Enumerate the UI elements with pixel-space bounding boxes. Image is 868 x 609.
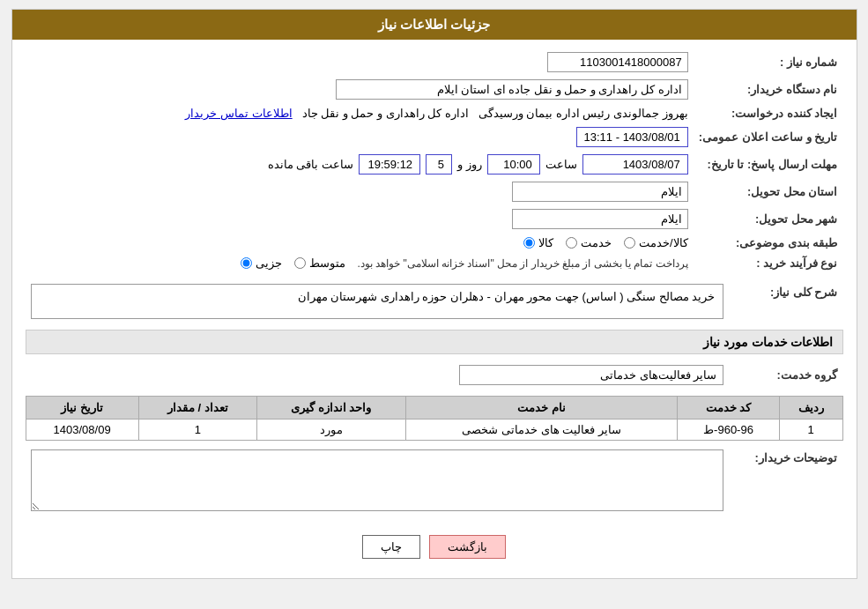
table-row: 1960-96-طسایر فعالیت های خدماتی شخصیمورد… xyxy=(26,420,842,441)
row-service-group: گروه خدمت: سایر فعالیت‌های خدماتی xyxy=(26,361,843,389)
response-deadline-value: 1403/08/07 ساعت 10:00 روز و 5 19:59:12 س… xyxy=(26,151,694,178)
row-buyer-org: نام دستگاه خریدار: اداره کل راهداری و حم… xyxy=(26,76,843,103)
buyer-org-box: اداره کل راهداری و حمل و نقل جاده ای است… xyxy=(336,79,688,100)
category-khadamat-label: خدمت xyxy=(581,236,612,249)
back-button[interactable]: بازگشت xyxy=(429,535,506,559)
response-date-box: 1403/08/07 xyxy=(582,154,688,175)
description-table: شرح کلی نیاز: خرید مصالح سنگی ( اساس) جه… xyxy=(26,280,843,323)
col-unit: واحد اندازه گیری xyxy=(256,397,405,420)
response-days-label: روز و xyxy=(457,158,482,171)
service-group-value-cell: سایر فعالیت‌های خدماتی xyxy=(26,361,729,389)
description-label: شرح کلی نیاز: xyxy=(729,280,843,323)
province-box: ایلام xyxy=(512,182,688,202)
category-value: کالا/خدمت خدمت کالا xyxy=(26,233,694,253)
request-number-label: شماره نیاز : xyxy=(694,48,843,76)
main-container: جزئیات اطلاعات نیاز شماره نیاز : 1103001… xyxy=(11,9,857,579)
row-province: استان محل تحویل: ایلام xyxy=(26,178,843,205)
response-remaining-label: ساعت باقی مانده xyxy=(268,158,353,171)
category-kala-khadamat-radio[interactable] xyxy=(624,237,635,249)
cell-name: سایر فعالیت های خدماتی شخصی xyxy=(405,420,677,441)
cell-unit: مورد xyxy=(256,420,405,441)
province-label: استان محل تحویل: xyxy=(694,178,843,205)
cell-row: 1 xyxy=(779,420,842,441)
purchase-jozei-radio[interactable] xyxy=(241,257,252,269)
purchase-motawaset-item: متوسط xyxy=(294,256,345,270)
category-kala-item: کالا xyxy=(523,236,553,249)
response-time-box: 10:00 xyxy=(487,154,540,175)
table-header: ردیف کد خدمت نام خدمت واحد اندازه گیری ت… xyxy=(26,397,842,420)
description-box: خرید مصالح سنگی ( اساس) جهت محور مهران -… xyxy=(31,284,723,319)
col-row: ردیف xyxy=(779,397,842,420)
row-city: شهر محل تحویل: ایلام xyxy=(26,205,843,233)
services-data-table: ردیف کد خدمت نام خدمت واحد اندازه گیری ت… xyxy=(26,396,843,441)
purchase-motawaset-radio[interactable] xyxy=(294,257,306,269)
announce-date-label: تاریخ و ساعت اعلان عمومی: xyxy=(694,123,843,151)
category-khadamat-radio[interactable] xyxy=(566,237,577,249)
cell-quantity: 1 xyxy=(138,420,256,441)
purchase-type-label: نوع فرآیند خرید : xyxy=(694,253,843,273)
requester-value: بهروز جمالوندی رئیس اداره بیمان ورسیدگی … xyxy=(26,103,694,123)
announce-date-value: 1403/08/01 - 13:11 xyxy=(26,123,694,151)
col-code: کد خدمت xyxy=(678,397,779,420)
col-name: نام خدمت xyxy=(405,397,677,420)
category-kala-radio[interactable] xyxy=(523,237,535,249)
purchase-note: پرداخت تمام یا بخشی از مبلغ خریدار از مح… xyxy=(358,257,688,270)
buyer-org-label: نام دستگاه خریدار: xyxy=(694,76,843,103)
service-group-box: سایر فعالیت‌های خدماتی xyxy=(459,365,723,385)
row-description: شرح کلی نیاز: خرید مصالح سنگی ( اساس) جه… xyxy=(26,280,843,323)
buyer-notes-label: توضیحات خریدار: xyxy=(729,446,843,517)
services-section-label: اطلاعات خدمات مورد نیاز xyxy=(703,335,834,349)
announce-date-box: 1403/08/01 - 13:11 xyxy=(576,127,688,147)
requester-label: ایجاد کننده درخواست: xyxy=(694,103,843,123)
service-group-table: گروه خدمت: سایر فعالیت‌های خدماتی xyxy=(26,361,843,389)
purchase-motawaset-label: متوسط xyxy=(309,256,345,270)
city-box: ایلام xyxy=(512,209,688,229)
category-label: طبقه بندی موضوعی: xyxy=(694,233,843,253)
response-time-label: ساعت xyxy=(545,158,577,171)
info-table: شماره نیاز : 1103001418000087 نام دستگاه… xyxy=(26,48,843,273)
cell-code: 960-96-ط xyxy=(678,420,779,441)
buyer-notes-textarea[interactable] xyxy=(31,449,723,511)
row-response-deadline: مهلت ارسال پاسخ: تا تاریخ: 1403/08/07 سا… xyxy=(26,151,843,178)
category-kala-label: کالا xyxy=(538,236,553,249)
response-remaining-box: 19:59:12 xyxy=(359,154,420,175)
col-date: تاریخ نیاز xyxy=(26,397,138,420)
button-row: بازگشت چاپ xyxy=(26,524,843,569)
row-requester: ایجاد کننده درخواست: بهروز جمالوندی رئیس… xyxy=(26,103,843,123)
category-khadamat-item: خدمت xyxy=(566,236,612,249)
request-number-box: 1103001418000087 xyxy=(547,52,688,72)
category-radio-group: کالا/خدمت خدمت کالا xyxy=(31,236,688,249)
category-kala-khadamat-item: کالا/خدمت xyxy=(624,236,688,249)
buyer-notes-table: توضیحات خریدار: xyxy=(26,446,843,517)
city-value: ایلام xyxy=(26,205,694,233)
description-value-cell: خرید مصالح سنگی ( اساس) جهت محور مهران -… xyxy=(26,280,729,323)
purchase-type-radio-group: پرداخت تمام یا بخشی از مبلغ خریدار از مح… xyxy=(31,256,688,270)
city-label: شهر محل تحویل: xyxy=(694,205,843,233)
cell-date: 1403/08/09 xyxy=(26,420,138,441)
page-title: جزئیات اطلاعات نیاز xyxy=(378,17,490,32)
main-content: شماره نیاز : 1103001418000087 نام دستگاه… xyxy=(12,40,857,578)
row-request-number: شماره نیاز : 1103001418000087 xyxy=(26,48,843,76)
purchase-jozei-item: جزیی xyxy=(241,256,282,270)
purchase-type-value: پرداخت تمام یا بخشی از مبلغ خریدار از مح… xyxy=(26,253,694,273)
purchase-jozei-label: جزیی xyxy=(256,256,282,270)
col-quantity: تعداد / مقدار xyxy=(138,397,256,420)
row-announce-date: تاریخ و ساعت اعلان عمومی: 1403/08/01 - 1… xyxy=(26,123,843,151)
requester-org: اداره کل راهداری و حمل و نقل جاد xyxy=(302,107,469,120)
table-header-row: ردیف کد خدمت نام خدمت واحد اندازه گیری ت… xyxy=(26,397,842,420)
request-number-value: 1103001418000087 xyxy=(26,48,694,76)
response-days-box: 5 xyxy=(426,154,452,175)
response-deadline-label: مهلت ارسال پاسخ: تا تاریخ: xyxy=(694,151,843,178)
row-category: طبقه بندی موضوعی: کالا/خدمت خدمت کالا xyxy=(26,233,843,253)
requester-contact-link[interactable]: اطلاعات تماس خریدار xyxy=(185,107,292,120)
buyer-org-value: اداره کل راهداری و حمل و نقل جاده ای است… xyxy=(26,76,694,103)
services-section-header: اطلاعات خدمات مورد نیاز xyxy=(26,330,843,354)
page-header: جزئیات اطلاعات نیاز xyxy=(12,10,857,40)
row-buyer-notes: توضیحات خریدار: xyxy=(26,446,843,517)
category-kala-khadamat-label: کالا/خدمت xyxy=(639,236,688,249)
row-purchase-type: نوع فرآیند خرید : پرداخت تمام یا بخشی از… xyxy=(26,253,843,273)
table-body: 1960-96-طسایر فعالیت های خدماتی شخصیمورد… xyxy=(26,420,842,441)
requester-name: بهروز جمالوندی رئیس اداره بیمان ورسیدگی xyxy=(479,107,688,120)
print-button[interactable]: چاپ xyxy=(362,535,420,559)
description-text: خرید مصالح سنگی ( اساس) جهت محور مهران -… xyxy=(298,290,716,303)
